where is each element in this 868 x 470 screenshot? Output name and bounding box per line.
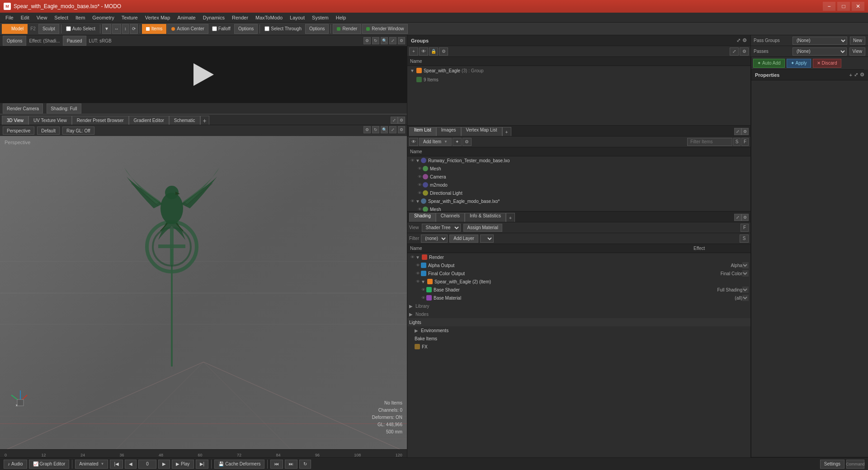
shading-settings[interactable]: ⚙ [741, 214, 749, 221]
graph-editor-btn[interactable]: 📈 Graph Editor [29, 460, 70, 469]
goto-start-btn[interactable]: |◀ [110, 460, 123, 469]
falloff-checkbox[interactable]: Falloff [209, 24, 233, 34]
prev-frame-btn[interactable]: ◀ [125, 460, 137, 469]
options-1-button[interactable]: Options [234, 24, 258, 34]
assign-material-btn[interactable]: Assign Material [463, 224, 502, 232]
discard-btn[interactable]: ✕ Discard [813, 59, 841, 68]
add-layer-btn[interactable]: Add Layer [449, 235, 478, 243]
group-eye-btn[interactable]: 👁 [419, 47, 428, 56]
sh-row-lights[interactable]: Lights [407, 318, 750, 326]
filter-items-input[interactable] [687, 138, 732, 146]
add-tab-button[interactable]: + [200, 116, 209, 125]
animated-btn[interactable]: Animated ▼ [75, 460, 108, 469]
menu-geometry[interactable]: Geometry [89, 14, 118, 21]
group-config-btn[interactable]: ⚙ [740, 47, 749, 56]
tab-images[interactable]: Images [436, 127, 461, 136]
tab-render-preset[interactable]: Render Preset Browser [72, 116, 129, 125]
view-icon-4[interactable]: ⤢ [389, 37, 396, 44]
transport-btn-2[interactable]: ⏭ [285, 460, 297, 469]
transform-btn-1[interactable]: ▼ [102, 24, 111, 34]
action-center-button[interactable]: Action Center [167, 24, 208, 34]
tab-gradient-editor[interactable]: Gradient Editor [129, 116, 169, 125]
tab-vertex-map-list[interactable]: Vertex Map List [461, 127, 502, 136]
add-shading-tab[interactable]: + [506, 213, 515, 222]
group-sub-item[interactable]: 9 Items [407, 75, 750, 84]
menu-view[interactable]: View [33, 14, 51, 21]
items-button[interactable]: Items [142, 24, 166, 34]
shading-f-btn[interactable]: F [741, 224, 749, 232]
settings-btn[interactable]: Settings [820, 460, 844, 469]
add-item-btn[interactable]: Add Item ▼ [419, 138, 452, 146]
play-btn[interactable]: ▶ Play [172, 460, 193, 469]
sh-row-bake[interactable]: Bake Items [407, 334, 750, 343]
il-btn-2[interactable]: ✦ [453, 138, 462, 146]
play-button[interactable] [192, 63, 215, 86]
auto-add-btn[interactable]: ✦ Auto Add [753, 59, 785, 68]
sh-row-environments[interactable]: ▶ Environments [407, 326, 750, 334]
item-row-spear-scene[interactable]: 👁 ▼ Spear_with_Eagle_modo_base.lxo* [407, 197, 750, 205]
auto-select-checkbox[interactable]: Auto Select [63, 24, 98, 34]
menu-system[interactable]: System [308, 14, 332, 21]
transform-btn-2[interactable]: ↔ [112, 24, 121, 34]
il-btn-3[interactable]: ⚙ [462, 138, 472, 146]
item-list-settings[interactable]: ⚙ [741, 128, 749, 135]
cache-deformers-btn[interactable]: 💾 Cache Deformers [214, 460, 264, 469]
view-icon-3[interactable]: 🔍 [381, 37, 388, 44]
sh-row-render[interactable]: 👁 ▼ Render [407, 253, 750, 261]
properties-expand-icon[interactable]: + [849, 72, 852, 78]
properties-expand-2[interactable]: ⤢ [854, 72, 858, 78]
render-camera-button[interactable]: Render Camera [3, 103, 43, 113]
tab-channels[interactable]: Channels [436, 213, 465, 222]
passes-select[interactable]: (None) [793, 47, 847, 56]
shading-button[interactable]: Shading: Full [47, 103, 81, 113]
sh-row-alpha[interactable]: 👁 Alpha Output Alpha ▼ [407, 261, 750, 269]
vp-icon-settings[interactable]: ⚙ [363, 126, 371, 133]
viewport-tabs-expand[interactable]: ⤢ [391, 117, 398, 124]
sh-final-dropdown[interactable]: ▼ [742, 270, 749, 277]
select-through-checkbox[interactable]: Select Through [262, 24, 304, 34]
viewport[interactable]: Perspective Default Ray GL: Off ⚙ ↻ 🔍 ⤢ … [0, 125, 407, 449]
render-button[interactable]: Render [333, 24, 361, 34]
menu-edit[interactable]: Edit [17, 14, 33, 21]
vp-icon-refresh[interactable]: ↻ [372, 126, 379, 133]
transport-btn-1[interactable]: ⏮ [270, 460, 283, 469]
ray-gl-button[interactable]: Ray GL: Off [62, 127, 94, 135]
transform-btn-3[interactable]: ↕ [122, 24, 129, 34]
audio-btn[interactable]: ♪ Audio [4, 460, 27, 469]
item-row-mesh-1[interactable]: 👁 Mesh [407, 164, 750, 173]
sh-material-dropdown[interactable]: ▼ [742, 295, 749, 301]
perspective-button[interactable]: Perspective [3, 127, 34, 135]
goto-end-btn[interactable]: ▶| [196, 460, 209, 469]
minimize-button[interactable]: − [823, 2, 835, 11]
item-row-runway[interactable]: 👁 ▼ Runway_Friction_Tester_modo_base.lxo [407, 156, 750, 164]
close-button[interactable]: ✕ [852, 2, 864, 11]
group-settings-btn[interactable]: ⚙ [439, 47, 448, 56]
vp-icon-expand[interactable]: ⤢ [389, 126, 396, 133]
tab-schematic[interactable]: Schematic [169, 116, 200, 125]
shading-expand[interactable]: ⤢ [734, 214, 741, 221]
menu-maxtomod[interactable]: MaxToModo [252, 14, 286, 21]
properties-settings[interactable]: ⚙ [860, 72, 864, 78]
add-layer-dropdown[interactable]: ▼ [480, 235, 494, 243]
vp-icon-search[interactable]: 🔍 [381, 126, 388, 133]
menu-layout[interactable]: Layout [286, 14, 308, 21]
menu-dynamics[interactable]: Dynamics [199, 14, 228, 21]
maximize-button[interactable]: □ [837, 2, 850, 11]
menu-animate[interactable]: Animate [174, 14, 199, 21]
paused-button[interactable]: Paused [63, 36, 86, 46]
view-icon-1[interactable]: ⚙ [363, 37, 371, 44]
menu-select[interactable]: Select [51, 14, 72, 21]
item-list-expand[interactable]: ⤢ [734, 128, 741, 135]
tab-uv-texture[interactable]: UV Texture View [28, 116, 72, 125]
frame-input[interactable] [138, 460, 156, 469]
apply-btn[interactable]: ✦ Apply [787, 59, 811, 68]
shader-tree-dropdown[interactable]: Shader Tree [422, 224, 461, 232]
render-window-button[interactable]: Render Window [362, 24, 408, 34]
tab-3d-view[interactable]: 3D View [2, 116, 28, 125]
sh-row-fx[interactable]: FX [407, 343, 750, 351]
tab-item-list[interactable]: Item List [409, 127, 436, 136]
item-row-camera[interactable]: 👁 Camera [407, 173, 750, 181]
sh-alpha-dropdown[interactable]: ▼ [742, 262, 749, 268]
passes-view-btn[interactable]: View [849, 47, 866, 56]
il-filter-f[interactable]: F [741, 138, 749, 146]
